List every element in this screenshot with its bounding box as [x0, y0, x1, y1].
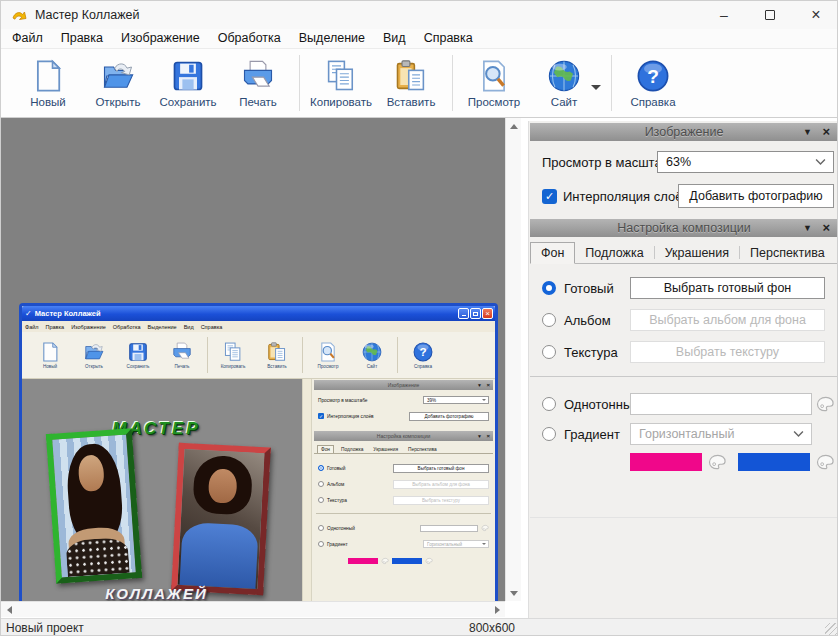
- close-icon: ×: [486, 433, 490, 439]
- inner-canvas: МАСТЕР КОЛЛАЖЕЙ: [22, 379, 302, 601]
- palette-icon: [381, 557, 389, 565]
- inner-zoom-select: 39%: [423, 396, 489, 404]
- menu-help[interactable]: Справка: [415, 29, 482, 48]
- toolbar-separator: [452, 55, 453, 111]
- help-icon: [412, 341, 434, 363]
- tab-perspective[interactable]: Перспектива: [740, 243, 835, 263]
- image-panel-header[interactable]: Изображение ▼ ×: [530, 123, 838, 141]
- palette-icon[interactable]: [815, 452, 835, 472]
- collage-title-bottom: КОЛЛАЖЕЙ: [29, 585, 284, 601]
- minimize-button[interactable]: –: [701, 1, 747, 29]
- gradient-direction-select[interactable]: Горизонтальный: [630, 423, 812, 445]
- tab-decorations[interactable]: Украшения: [655, 243, 739, 263]
- gradient-radio[interactable]: [542, 427, 556, 441]
- inner-vertical-scrollbar: [302, 379, 311, 601]
- chevron-down-icon: [815, 159, 826, 166]
- collapse-icon[interactable]: ▼: [803, 127, 812, 137]
- help-icon: [635, 58, 671, 94]
- close-icon: ×: [486, 382, 490, 388]
- open-folder-icon: [83, 341, 105, 363]
- toolbar-new-button[interactable]: Новый: [13, 52, 83, 114]
- red-photo-frame: [171, 443, 271, 596]
- canvas-vertical-scrollbar[interactable]: [505, 118, 521, 601]
- composition-panel-header[interactable]: Настройка композиции ▼ ×: [530, 219, 838, 237]
- website-globe-icon: [361, 341, 383, 363]
- gradient-start-swatch[interactable]: [630, 453, 702, 471]
- toolbar-copy-button[interactable]: Копировать: [306, 52, 376, 114]
- menu-image[interactable]: Изображение: [112, 29, 209, 48]
- texture-background-radio[interactable]: [542, 345, 556, 359]
- ready-background-radio[interactable]: [542, 281, 556, 295]
- website-globe-icon: [546, 58, 582, 94]
- close-button[interactable]: ×: [793, 1, 838, 29]
- palette-icon[interactable]: [707, 452, 727, 472]
- title-bar: Мастер Коллажей – ×: [1, 1, 838, 29]
- collapse-icon[interactable]: ▼: [803, 223, 812, 233]
- green-photo-frame: [46, 428, 142, 584]
- toolbar-help-button[interactable]: Справка: [618, 52, 688, 114]
- printer-icon: [240, 58, 276, 94]
- inner-menu-bar: Файл Правка Изображение Обработка Выделе…: [22, 321, 495, 332]
- inner-title-bar: ✓ Мастер Коллажей ×: [22, 306, 495, 321]
- tab-background[interactable]: Фон: [530, 242, 575, 264]
- toolbar-save-button[interactable]: Сохранить: [153, 52, 223, 114]
- palette-icon: [425, 557, 433, 565]
- menu-bar: Файл Правка Изображение Обработка Выделе…: [1, 29, 838, 48]
- album-background-radio[interactable]: [542, 313, 556, 327]
- choose-texture-button[interactable]: Выбрать текстуру: [630, 341, 825, 363]
- palette-icon[interactable]: [815, 394, 835, 414]
- zoom-scale-select[interactable]: 63%: [657, 151, 834, 173]
- choose-album-button[interactable]: Выбрать альбом для фона: [630, 309, 825, 331]
- solid-color-radio[interactable]: [542, 397, 556, 411]
- palette-icon: [481, 524, 489, 532]
- paste-clipboard-icon: [393, 58, 429, 94]
- printer-icon: [171, 341, 193, 363]
- choose-ready-background-button[interactable]: Выбрать готовый фон: [630, 277, 825, 299]
- inner-minimize-button: [458, 308, 469, 319]
- tab-underlay[interactable]: Подложка: [575, 243, 653, 263]
- menu-edit[interactable]: Правка: [52, 29, 112, 48]
- toolbar-print-button[interactable]: Печать: [223, 52, 293, 114]
- inner-app-icon: ✓: [25, 309, 32, 318]
- maximize-button[interactable]: [747, 1, 793, 29]
- toolbar-separator: [611, 55, 612, 111]
- resize-grip[interactable]: [825, 623, 838, 636]
- inner-image-panel-header: Изображение ▼ ×: [314, 380, 493, 390]
- inner-maximize-button: [470, 308, 481, 319]
- edited-image-inner-window: ✓ Мастер Коллажей × Файл Правка Изображе…: [19, 303, 498, 601]
- close-icon[interactable]: ×: [822, 124, 830, 139]
- toolbar-paste-button[interactable]: Вставить: [376, 52, 446, 114]
- solid-color-field[interactable]: [630, 393, 812, 415]
- save-floppy-icon: [170, 58, 206, 94]
- collapse-icon: ▼: [477, 433, 482, 439]
- canvas-size-text: 800x600: [469, 621, 515, 635]
- inner-add-photo-button: Добавить фотографию: [409, 412, 489, 421]
- photo-left-woman: [52, 435, 135, 578]
- composition-tabs: Фон Подложка Украшения Перспектива: [530, 243, 838, 264]
- window-title: Мастер Коллажей: [35, 8, 140, 22]
- toolbar-separator: [299, 55, 300, 111]
- canvas-horizontal-scrollbar[interactable]: [1, 601, 505, 617]
- copy-icon: [222, 341, 244, 363]
- collapse-icon: ▼: [477, 382, 482, 388]
- inner-composition-panel-header: Настройка композиции ▼ ×: [314, 431, 493, 441]
- app-window: Мастер Коллажей – × Файл Правка Изображе…: [0, 0, 838, 636]
- toolbar-open-button[interactable]: Открыть: [83, 52, 153, 114]
- new-document-icon: [30, 58, 66, 94]
- close-icon[interactable]: ×: [822, 220, 830, 235]
- menu-file[interactable]: Файл: [3, 29, 52, 48]
- status-bar: Новый проект 800x600: [1, 618, 838, 636]
- menu-view[interactable]: Вид: [374, 29, 415, 48]
- gradient-end-swatch[interactable]: [738, 453, 810, 471]
- right-dock-panel: Изображение ▼ × Просмотр в масштабе 63% …: [528, 121, 838, 618]
- collage-preview-image: МАСТЕР КОЛЛАЖЕЙ: [29, 418, 284, 601]
- interpolation-checkbox[interactable]: ✓: [542, 189, 557, 204]
- site-dropdown-arrow[interactable]: [591, 85, 601, 95]
- project-status-text: Новый проект: [6, 621, 84, 635]
- toolbar-site-button[interactable]: Сайт: [529, 52, 599, 114]
- workspace-canvas[interactable]: ✓ Мастер Коллажей × Файл Правка Изображе…: [1, 118, 505, 601]
- menu-processing[interactable]: Обработка: [209, 29, 290, 48]
- add-photo-button[interactable]: Добавить фотографию: [678, 184, 834, 208]
- menu-selection[interactable]: Выделение: [290, 29, 374, 48]
- toolbar-preview-button[interactable]: Просмотр: [459, 52, 529, 114]
